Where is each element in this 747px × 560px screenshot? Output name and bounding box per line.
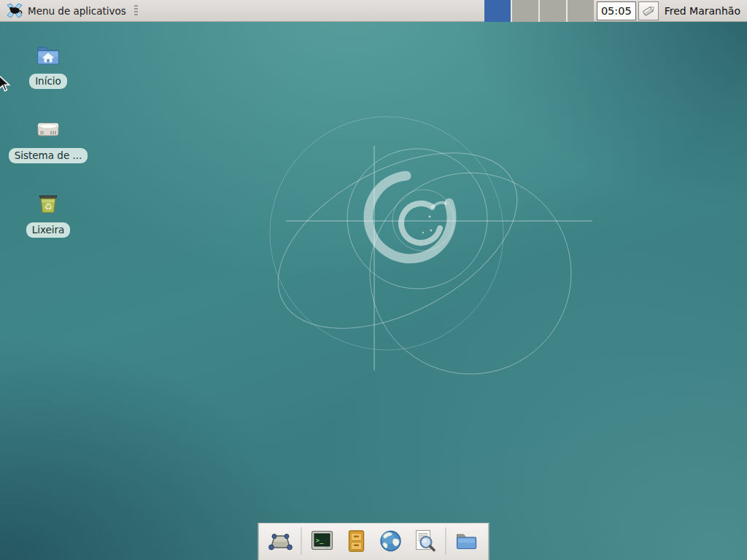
user-menu[interactable]: Fred Maranhão xyxy=(665,5,740,17)
trash-icon: ♻ xyxy=(34,190,63,219)
terminal-icon: >_ xyxy=(309,528,336,554)
debian-swirl-wallpaper xyxy=(0,0,747,560)
desktop: Menu de aplicativos 05:05 Fred Maranhão xyxy=(0,0,747,560)
file-cabinet-icon xyxy=(344,528,370,554)
dock-separator xyxy=(446,527,446,555)
show-desktop-button[interactable] xyxy=(266,526,296,556)
workspace-4[interactable] xyxy=(568,0,594,22)
terminal-launcher[interactable]: >_ xyxy=(307,526,338,556)
svg-text:>_: >_ xyxy=(316,537,324,544)
file-cabinet-launcher[interactable] xyxy=(341,526,372,556)
workspace-switcher[interactable] xyxy=(484,0,594,22)
workspace-2[interactable] xyxy=(512,0,538,22)
panel-right-plugins: 05:05 Fred Maranhão xyxy=(484,0,747,21)
applications-menu-button[interactable]: Menu de aplicativos xyxy=(0,0,142,21)
magnifier-document-icon xyxy=(412,528,438,554)
xfce-mouse-logo-icon xyxy=(6,3,23,19)
filesystem-drive-icon xyxy=(34,115,63,144)
notes-button[interactable] xyxy=(638,1,659,20)
desktop-icon-label: Lixeira xyxy=(26,222,71,238)
folder-icon xyxy=(454,528,480,554)
show-desktop-icon xyxy=(268,528,294,554)
desktop-icon-home[interactable]: Início xyxy=(10,41,86,89)
dock: >_ xyxy=(258,523,489,560)
globe-icon xyxy=(378,528,404,554)
workspace-1[interactable] xyxy=(484,0,511,22)
debian-swirl xyxy=(368,176,452,259)
workspace-3[interactable] xyxy=(540,0,566,22)
clock[interactable]: 05:05 xyxy=(597,1,636,20)
desktop-icon-label: Sistema de ... xyxy=(9,148,88,163)
desktop-icon-filesystem[interactable]: Sistema de ... xyxy=(10,115,86,163)
home-folder-icon xyxy=(34,41,63,70)
application-finder-launcher[interactable] xyxy=(410,526,441,556)
top-panel: Menu de aplicativos 05:05 Fred Maranhão xyxy=(0,0,747,22)
file-manager-launcher[interactable] xyxy=(452,526,482,556)
web-browser-launcher[interactable] xyxy=(376,526,406,556)
svg-text:♻: ♻ xyxy=(44,201,53,212)
desktop-icon-trash[interactable]: ♻ Lixeira xyxy=(10,190,86,238)
desktop-icon-label: Início xyxy=(29,74,67,89)
panel-grip[interactable] xyxy=(134,5,138,16)
applications-menu-label: Menu de aplicativos xyxy=(28,5,126,17)
pen-icon xyxy=(641,4,656,18)
dock-separator xyxy=(301,527,302,555)
